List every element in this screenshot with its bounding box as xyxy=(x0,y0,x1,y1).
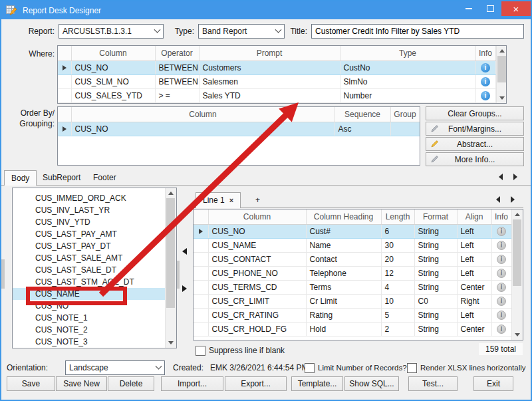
line-cell-align[interactable]: Left xyxy=(457,267,491,281)
line-cell-heading[interactable]: Rating xyxy=(306,309,381,323)
line-cell-length[interactable]: 5 xyxy=(381,309,414,323)
abstract-button[interactable]: Abstract... xyxy=(426,137,524,151)
scrollbar-thumb[interactable] xyxy=(497,56,506,82)
line-cell-column[interactable]: CUS_CR_HOLD_FG xyxy=(208,323,306,336)
scroll-up-icon[interactable] xyxy=(512,209,523,219)
line-cell-heading[interactable]: Cr Limit xyxy=(306,295,381,309)
order-by-row[interactable]: CUS_NO Asc xyxy=(58,122,420,136)
line-row[interactable]: CUS_CR_LIMIT Cr Limit 10 C0 Right xyxy=(194,295,511,309)
line-cell-info[interactable] xyxy=(491,295,511,309)
line-cell-column[interactable]: CUS_PHONE_NO xyxy=(208,267,306,281)
line-cell-align[interactable]: Right xyxy=(457,295,491,309)
line-cell-heading[interactable]: Telephone xyxy=(306,267,381,281)
line-cell-align[interactable]: Left xyxy=(457,253,491,267)
line-cell-format[interactable]: String xyxy=(414,281,457,295)
line-cell-column[interactable]: CUS_CONTACT xyxy=(208,253,306,267)
scrollbar-thumb[interactable] xyxy=(513,219,521,286)
report-dropdown[interactable]: ARCUSLST.B.1.3.1 xyxy=(59,24,164,39)
line-cell-heading[interactable]: Contact xyxy=(306,253,381,267)
line-cell-length[interactable]: 12 xyxy=(381,267,414,281)
tab-line-1[interactable]: Line 1× xyxy=(196,192,241,208)
clear-groups-button[interactable]: Clear Groups... xyxy=(426,106,524,120)
delete-button[interactable]: Delete xyxy=(108,376,154,391)
line-cell-heading[interactable]: Cust# xyxy=(306,225,381,239)
line-row[interactable]: CUS_TERMS_CD Terms 4 String Center xyxy=(194,281,511,295)
scroll-right-icon[interactable] xyxy=(513,174,517,180)
line-cell-info[interactable] xyxy=(491,253,511,267)
line-cell-format[interactable]: String xyxy=(414,225,457,239)
where-cell-operator[interactable]: BETWEEN xyxy=(155,75,199,89)
field-list-item[interactable]: CUS_LAST_PAY_AMT xyxy=(13,228,165,240)
move-left-icon[interactable] xyxy=(182,248,187,255)
where-cell-column[interactable]: CUS_NO xyxy=(71,61,155,75)
where-cell-info[interactable] xyxy=(475,75,495,89)
info-icon[interactable] xyxy=(497,269,506,278)
font-margins-button[interactable]: Font/Margins... xyxy=(426,122,524,136)
close-tab-icon[interactable]: × xyxy=(229,193,233,208)
field-list-item[interactable]: CUS_NOTE_2 xyxy=(13,324,165,336)
scroll-down-icon[interactable] xyxy=(166,338,176,348)
splitter-grip[interactable] xyxy=(177,261,180,289)
where-cell-info[interactable] xyxy=(475,61,495,75)
field-list-item[interactable]: CUS_IMMED_ORD_ACK xyxy=(13,192,165,204)
info-icon[interactable] xyxy=(497,241,506,250)
line-cell-info[interactable] xyxy=(491,281,511,295)
line-cell-heading[interactable]: Hold xyxy=(306,323,381,336)
where-cell-column[interactable]: CUS_SLM_NO xyxy=(71,75,155,89)
limit-records-checkbox[interactable] xyxy=(305,363,315,373)
line-grid-scrollbar[interactable] xyxy=(511,209,523,340)
line-cell-info[interactable] xyxy=(491,267,511,281)
maximize-button[interactable] xyxy=(479,1,501,16)
field-list-item[interactable]: CUS_NOTE_1 xyxy=(13,312,165,324)
more-info-button[interactable]: More Info... xyxy=(426,152,524,166)
line-cell-info[interactable] xyxy=(491,239,511,253)
where-cell-info[interactable] xyxy=(475,89,495,103)
field-list-scrollbar[interactable] xyxy=(165,188,176,348)
where-cell-column[interactable]: CUS_SALES_YTD xyxy=(71,89,155,103)
line-cell-align[interactable]: Center xyxy=(457,323,491,336)
line-cell-heading[interactable]: Terms xyxy=(306,281,381,295)
line-cell-format[interactable]: String xyxy=(414,309,457,323)
line-cell-heading[interactable]: Name xyxy=(306,239,381,253)
field-list-item[interactable]: CUS_NO xyxy=(13,300,165,312)
field-list-item[interactable]: CUS_INV_YTD xyxy=(13,216,165,228)
line-cell-length[interactable]: 4 xyxy=(381,281,414,295)
order-cell-group[interactable] xyxy=(390,122,420,136)
field-list-item[interactable]: CUS_LAST_PAY_DT xyxy=(13,240,165,252)
line-cell-info[interactable] xyxy=(491,225,511,239)
line-cell-column[interactable]: CUS_CR_RATING xyxy=(208,309,306,323)
line-row[interactable]: CUS_CR_HOLD_FG Hold 2 String Center xyxy=(194,323,511,336)
scroll-down-icon[interactable] xyxy=(497,93,507,103)
line-row[interactable]: CUS_NO Cust# 6 String Left xyxy=(194,225,511,239)
scroll-left-icon[interactable] xyxy=(496,196,500,203)
field-list-item[interactable]: CUS_INV_LAST_YR xyxy=(13,204,165,216)
suppress-line-checkbox[interactable] xyxy=(196,346,205,356)
add-line-tab[interactable]: + xyxy=(249,193,267,207)
info-icon[interactable] xyxy=(481,91,490,100)
field-list-item[interactable]: CUS_LAST_SALE_AMT xyxy=(13,252,165,264)
scroll-up-icon[interactable] xyxy=(497,46,507,56)
save-new-button[interactable]: Save New xyxy=(56,376,107,391)
line-row[interactable]: CUS_CR_RATING Rating 5 String Left xyxy=(194,309,511,323)
order-cell-sequence[interactable]: Asc xyxy=(334,122,390,136)
move-right-icon[interactable] xyxy=(182,285,187,292)
line-cell-column[interactable]: CUS_TERMS_CD xyxy=(208,281,306,295)
line-row[interactable]: CUS_NAME Name 30 String Left xyxy=(194,239,511,253)
where-cell-type[interactable]: SlmNo xyxy=(340,75,475,89)
title-input[interactable] xyxy=(311,24,524,39)
info-icon[interactable] xyxy=(481,63,490,72)
scroll-left-icon[interactable] xyxy=(499,174,503,180)
field-list-item[interactable]: CUS_NOTE_3 xyxy=(13,336,165,348)
line-cell-align[interactable]: Center xyxy=(457,281,491,295)
field-list-item-selected[interactable]: CUS_NAME xyxy=(13,288,165,300)
where-scrollbar[interactable] xyxy=(496,46,507,103)
info-icon[interactable] xyxy=(497,311,506,320)
info-icon[interactable] xyxy=(497,227,506,236)
orientation-dropdown[interactable]: Landscape xyxy=(65,360,165,375)
info-icon[interactable] xyxy=(497,297,506,306)
where-row[interactable]: CUS_SALES_YTD > = Sales YTD Number xyxy=(58,89,495,103)
line-cell-info[interactable] xyxy=(491,309,511,323)
line-cell-format[interactable]: C0 xyxy=(414,295,457,309)
scroll-down-icon[interactable] xyxy=(512,330,523,340)
import-button[interactable]: Import... xyxy=(161,376,223,391)
